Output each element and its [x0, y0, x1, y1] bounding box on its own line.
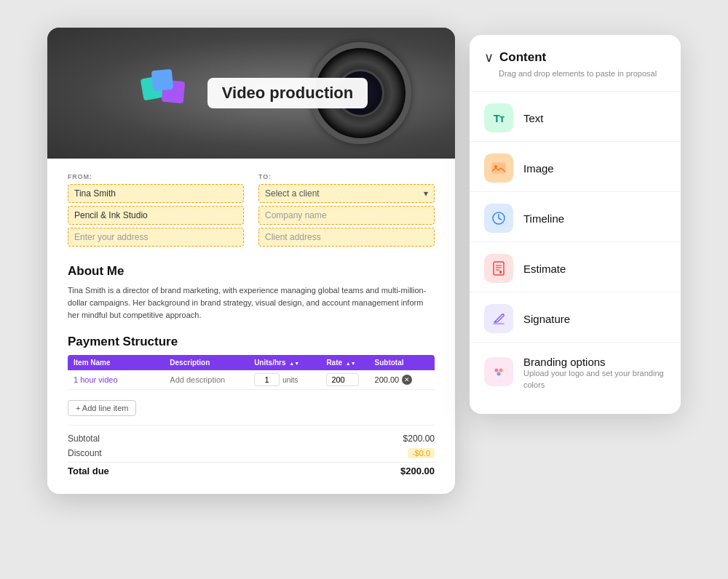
- logo-blocks: [135, 63, 193, 124]
- units-input[interactable]: [254, 373, 280, 386]
- document-panel: Video production FROM: Tina Smith Pencil…: [47, 28, 455, 494]
- timeline-icon: [484, 204, 513, 233]
- sidebar-subtitle: Drag and drop elements to paste in propo…: [470, 68, 681, 91]
- about-title: About Me: [68, 264, 435, 279]
- branding-text-block: Branding options Upload your logo and se…: [523, 356, 666, 391]
- rate-sort-icon[interactable]: ▲▼: [346, 361, 356, 366]
- doc-hero: Video production: [47, 28, 455, 159]
- from-to-section: FROM: Tina Smith Pencil & Ink Studio Ent…: [68, 173, 435, 249]
- from-name-field[interactable]: Tina Smith: [68, 184, 244, 203]
- divider-2: [470, 141, 681, 142]
- branding-item-label: Branding options: [523, 356, 666, 368]
- total-due-label: Total due: [68, 466, 109, 476]
- sidebar-item-timeline[interactable]: Timeline: [470, 195, 681, 241]
- subtotal-amount: $200.00: [403, 434, 435, 444]
- svg-point-13: [497, 372, 501, 376]
- to-column: TO: Select a client ▾ Company name Clien…: [258, 173, 435, 249]
- payment-title: Payment Structure: [68, 335, 435, 349]
- td-item-name[interactable]: 1 hour video: [74, 375, 170, 384]
- th-description: Description: [170, 359, 254, 367]
- to-company-field[interactable]: Company name: [258, 206, 435, 225]
- add-line-button[interactable]: + Add line item: [68, 400, 136, 416]
- svg-rect-2: [151, 69, 173, 91]
- hero-title-badge: Video production: [207, 78, 368, 108]
- payment-table: Item Name Description Units/hrs ▲▼ Rate …: [68, 355, 435, 390]
- sidebar-item-text[interactable]: Tт Text: [470, 95, 681, 141]
- to-client-select[interactable]: Select a client ▾: [258, 184, 435, 203]
- discount-label: Discount: [68, 448, 102, 458]
- remove-row-button[interactable]: ✕: [402, 375, 412, 385]
- subtotal-row: Subtotal $200.00: [68, 431, 435, 446]
- to-label: TO:: [258, 173, 435, 180]
- svg-rect-6: [494, 262, 504, 275]
- td-subtotal: 200.00 ✕: [375, 375, 429, 385]
- td-rate[interactable]: [326, 373, 374, 386]
- sidebar-header: ∨ Content: [470, 49, 681, 68]
- td-description[interactable]: [170, 375, 254, 384]
- signature-item-label: Signature: [523, 313, 570, 325]
- units-label: units: [282, 376, 298, 384]
- chevron-down-icon: ▾: [424, 188, 428, 199]
- sidebar-item-estimate[interactable]: Estimate: [470, 245, 681, 292]
- units-sort-icon[interactable]: ▲▼: [289, 361, 299, 366]
- subtotal-label: Subtotal: [68, 434, 100, 444]
- from-label: FROM:: [68, 173, 244, 180]
- estimate-icon: [484, 254, 513, 283]
- sidebar-item-image[interactable]: Image: [470, 145, 681, 191]
- from-company-field[interactable]: Pencil & Ink Studio: [68, 206, 244, 225]
- image-item-label: Image: [523, 162, 554, 175]
- svg-rect-3: [492, 163, 505, 173]
- sidebar-item-signature[interactable]: Signature: [470, 295, 681, 342]
- divider-5: [470, 292, 681, 292]
- table-header: Item Name Description Units/hrs ▲▼ Rate …: [68, 355, 435, 370]
- text-item-label: Text: [523, 112, 544, 124]
- to-client-placeholder: Select a client: [265, 188, 320, 199]
- about-text: Tina Smith is a director of brand market…: [68, 284, 435, 322]
- divider-6: [470, 342, 681, 343]
- sidebar-title: Content: [499, 50, 546, 65]
- description-input[interactable]: [170, 375, 254, 384]
- timeline-item-label: Timeline: [523, 212, 564, 225]
- rate-input[interactable]: [326, 373, 359, 386]
- th-item-name: Item Name: [74, 359, 170, 367]
- hero-title: Video production: [222, 84, 353, 102]
- signature-icon: [484, 304, 513, 333]
- image-icon: [484, 153, 513, 183]
- th-units: Units/hrs ▲▼: [254, 359, 326, 367]
- total-due-row: Total due $200.00: [68, 462, 435, 479]
- subtotal-value: 200.00: [375, 375, 400, 384]
- to-address-field[interactable]: Client address: [258, 228, 435, 247]
- from-address-field[interactable]: Enter your address: [68, 228, 244, 247]
- discount-amount[interactable]: -$0.0: [408, 448, 435, 458]
- th-rate: Rate ▲▼: [326, 359, 374, 367]
- divider-1: [470, 91, 681, 92]
- td-units: units: [254, 373, 326, 386]
- divider-3: [470, 191, 681, 192]
- from-column: FROM: Tina Smith Pencil & Ink Studio Ent…: [68, 173, 244, 249]
- branding-item-sublabel: Upload your logo and set your branding c…: [523, 368, 666, 391]
- svg-rect-10: [499, 271, 502, 273]
- total-due-amount: $200.00: [400, 466, 435, 476]
- svg-point-11: [495, 369, 499, 372]
- collapse-chevron-icon[interactable]: ∨: [484, 49, 494, 65]
- th-subtotal: Subtotal: [375, 359, 429, 367]
- text-icon: Tт: [484, 103, 513, 132]
- discount-row: Discount -$0.0: [68, 446, 435, 460]
- divider-4: [470, 241, 681, 242]
- sidebar-item-branding[interactable]: Branding options Upload your logo and se…: [470, 346, 681, 399]
- sidebar-panel: ∨ Content Drag and drop elements to past…: [470, 35, 681, 414]
- doc-body: FROM: Tina Smith Pencil & Ink Studio Ent…: [47, 159, 455, 494]
- estimate-item-label: Estimate: [523, 263, 566, 275]
- table-row: 1 hour video units 200.00 ✕: [68, 370, 435, 390]
- svg-point-12: [499, 369, 503, 372]
- totals-section: Subtotal $200.00 Discount -$0.0 Total du…: [68, 425, 435, 479]
- branding-icon: [484, 357, 513, 386]
